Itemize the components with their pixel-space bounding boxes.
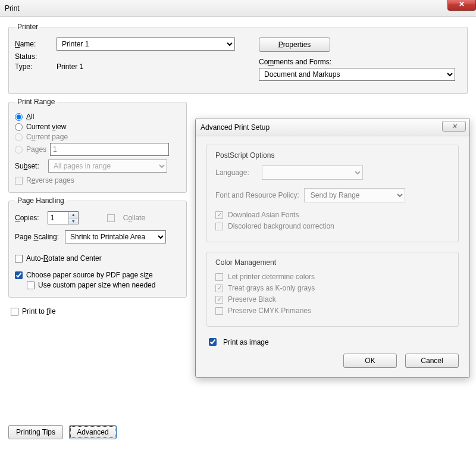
custom-paper-label: Use custom paper size when needed bbox=[38, 281, 155, 289]
reverse-pages-label: Reverse pages bbox=[26, 176, 74, 185]
advanced-print-setup-dialog: Advanced Print Setup ✕ PostScript Option… bbox=[195, 118, 470, 378]
color-management-legend: Color Management bbox=[215, 258, 450, 267]
print-as-image-label: Print as image bbox=[223, 338, 269, 346]
range-all-label: All bbox=[26, 112, 34, 121]
range-pages-input bbox=[50, 143, 169, 156]
print-to-file-label: Print to file bbox=[22, 307, 56, 315]
print-to-file-checkbox[interactable] bbox=[11, 308, 18, 315]
print-as-image-checkbox[interactable] bbox=[209, 338, 217, 346]
let-printer-label: Let printer determine colors bbox=[228, 273, 315, 281]
font-policy-select: Send by Range bbox=[304, 188, 405, 202]
download-asian-label: Download Asian Fonts bbox=[228, 211, 299, 219]
reverse-pages-checkbox bbox=[15, 177, 23, 185]
language-select bbox=[262, 165, 363, 180]
window-title: Print bbox=[5, 4, 20, 12]
preserve-cmyk-checkbox bbox=[215, 307, 223, 315]
adv-ok-button[interactable]: OK bbox=[343, 354, 397, 368]
subset-select: All pages in range bbox=[48, 160, 167, 173]
advanced-button[interactable]: Advanced bbox=[69, 425, 117, 439]
color-management-group: Color Management Let printer determine c… bbox=[206, 252, 459, 327]
range-current-page-label: Current page bbox=[26, 133, 68, 141]
adv-titlebar: Advanced Print Setup ✕ bbox=[196, 118, 469, 136]
comments-forms-select[interactable]: Document and Markups bbox=[259, 68, 455, 81]
print-range-legend: Print Range bbox=[15, 98, 57, 106]
page-scaling-label: Page Scaling: bbox=[15, 233, 59, 241]
close-icon: ✕ bbox=[459, 0, 465, 8]
printer-legend: Printer bbox=[15, 23, 40, 31]
range-all-radio[interactable] bbox=[15, 113, 23, 121]
discolored-checkbox bbox=[215, 223, 223, 230]
copies-down[interactable]: ▼ bbox=[69, 218, 78, 224]
subset-label: Subset: bbox=[15, 162, 48, 170]
treat-grays-label: Treat grays as K-only grays bbox=[228, 284, 315, 292]
comments-forms-label: Comments and Forms: bbox=[259, 58, 331, 66]
auto-rotate-checkbox[interactable] bbox=[15, 255, 23, 262]
postscript-options-legend: PostScript Options bbox=[215, 151, 450, 160]
collate-checkbox bbox=[107, 214, 115, 222]
print-titlebar: Print ✕ bbox=[0, 0, 476, 17]
range-pages-label: Pages bbox=[26, 145, 46, 154]
range-current-page-radio bbox=[15, 133, 23, 141]
print-body: Printer Name: Printer 1 Status: Type: Pr… bbox=[0, 17, 476, 450]
copies-up[interactable]: ▲ bbox=[69, 212, 78, 218]
preserve-black-label: Preserve Black bbox=[228, 295, 276, 304]
postscript-options-group: PostScript Options Language: Font and Re… bbox=[206, 145, 459, 242]
adv-body: PostScript Options Language: Font and Re… bbox=[196, 136, 469, 377]
type-value: Printer 1 bbox=[57, 62, 83, 71]
copies-spinbox[interactable]: ▲ ▼ bbox=[48, 211, 79, 224]
page-scaling-select[interactable]: Shrink to Printable Area bbox=[65, 230, 166, 243]
language-label: Language: bbox=[215, 168, 257, 177]
properties-button[interactable]: Properties bbox=[259, 38, 330, 52]
auto-rotate-label: Auto-Rotate and Center bbox=[26, 254, 102, 262]
custom-paper-checkbox[interactable] bbox=[27, 282, 35, 289]
collate-label: Collate bbox=[123, 214, 145, 222]
treat-grays-checkbox: ✓ bbox=[215, 285, 223, 292]
page-handling-legend: Page Handling bbox=[15, 196, 67, 205]
choose-paper-checkbox[interactable] bbox=[15, 271, 23, 279]
range-pages-radio bbox=[15, 146, 23, 154]
printing-tips-button[interactable]: Printing Tips bbox=[8, 425, 63, 439]
adv-cancel-button[interactable]: Cancel bbox=[405, 354, 459, 368]
adv-title: Advanced Print Setup bbox=[201, 123, 270, 132]
type-label: Type: bbox=[15, 62, 57, 71]
status-label: Status: bbox=[15, 52, 57, 61]
range-current-view-radio[interactable] bbox=[15, 123, 23, 131]
download-asian-checkbox: ✓ bbox=[215, 211, 223, 219]
close-icon: ✕ bbox=[452, 123, 457, 130]
choose-paper-label: Choose paper source by PDF page size bbox=[26, 271, 153, 279]
printer-name-select[interactable]: Printer 1 bbox=[57, 38, 235, 51]
print-range-group: Print Range All Current view Current pag… bbox=[8, 98, 187, 193]
copies-input[interactable] bbox=[48, 212, 68, 224]
discolored-label: Discolored background correction bbox=[228, 222, 334, 230]
close-button[interactable]: ✕ bbox=[447, 0, 476, 11]
preserve-cmyk-label: Preserve CMYK Primaries bbox=[228, 307, 311, 315]
name-label: Name: bbox=[15, 40, 57, 48]
page-handling-group: Page Handling Copies: ▲ ▼ Collate Page S… bbox=[8, 196, 187, 298]
printer-group: Printer Name: Printer 1 Status: Type: Pr… bbox=[8, 23, 468, 94]
let-printer-checkbox bbox=[215, 273, 223, 281]
copies-label: Copies: bbox=[15, 214, 39, 222]
range-current-view-label: Current view bbox=[26, 123, 66, 131]
preserve-black-checkbox: ✓ bbox=[215, 296, 223, 304]
adv-close-button[interactable]: ✕ bbox=[442, 121, 466, 132]
font-policy-label: Font and Resource Policy: bbox=[215, 191, 299, 199]
